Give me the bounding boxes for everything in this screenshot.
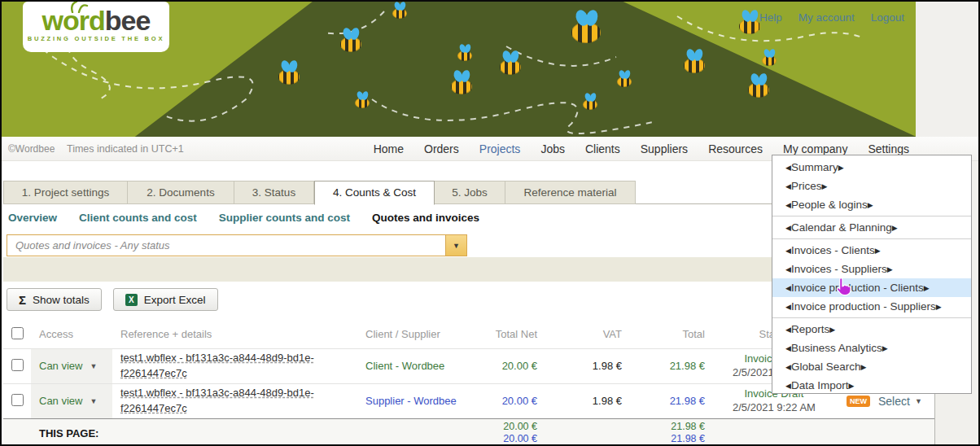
- menu-divider: [772, 317, 971, 318]
- vat-cell: 1.98 €: [537, 383, 622, 418]
- bee-icon: [617, 70, 632, 87]
- export-excel-button[interactable]: Export Excel: [113, 288, 218, 311]
- nav-settings[interactable]: Settings: [868, 142, 909, 155]
- nav-jobs[interactable]: Jobs: [540, 142, 565, 155]
- nav-resources[interactable]: Resources: [708, 142, 763, 155]
- arrow-right-icon: ▶: [829, 326, 835, 334]
- reference-link[interactable]: test1.wbflex - bf131a3c-a844-48d9-bd1e-f…: [120, 352, 314, 379]
- menu-item-calendar-planning[interactable]: ◀Calendar & Planning▶: [772, 218, 971, 237]
- total-cell: 21.98 €: [622, 383, 705, 418]
- wordbee-app-window: wordbee BUZZING OUTSIDE THE BOX Help My …: [0, 0, 980, 446]
- menu-divider: [772, 216, 971, 216]
- bee-icon: [500, 50, 521, 75]
- tab-documents[interactable]: 2. Documents: [128, 181, 234, 204]
- bee-icon: [739, 10, 760, 34]
- client-supplier-cell: Supplier - Wordbee: [362, 383, 478, 418]
- tab-status[interactable]: 3. Status: [234, 181, 314, 204]
- banner-right-gap: [916, 2, 978, 137]
- menu-item-reports[interactable]: ◀Reports▶: [772, 320, 971, 339]
- arrow-left-icon: ◀: [785, 224, 791, 232]
- subtab-overview[interactable]: Overview: [8, 212, 57, 224]
- dropdown-arrow-icon: ▼: [453, 242, 460, 250]
- menu-item-prices[interactable]: ◀Prices▶: [772, 177, 971, 195]
- totals-net-green: 20.00 €: [503, 421, 537, 432]
- counts-subnav: Overview Client counts and cost Supplier…: [8, 212, 479, 224]
- menu-item-invoice-production-clients[interactable]: ◀Invoice production - Clients▶: [772, 278, 971, 297]
- row-select-dropdown[interactable]: Select▼: [878, 395, 922, 408]
- access-dropdown[interactable]: Can view▼: [31, 384, 112, 418]
- bee-icon: [278, 60, 300, 85]
- status-date: 2/5/2021 9:22 AM: [733, 401, 816, 413]
- totals-net-blue: 20.00 €: [503, 433, 537, 444]
- access-dropdown[interactable]: Can view▼: [31, 349, 112, 383]
- status-filter-value[interactable]: [7, 235, 445, 256]
- arrow-right-icon: ▶: [924, 284, 930, 292]
- bee-icon: [340, 28, 361, 52]
- menu-item-summary[interactable]: ◀Summary▶: [772, 158, 971, 177]
- reference-link[interactable]: test1.wbflex - bf131a3c-a844-48d9-bd1e-f…: [120, 387, 314, 414]
- menu-item-global-search[interactable]: ◀Global Search▶: [772, 357, 971, 376]
- my-company-menu: ◀Summary▶ ◀Prices▶ ◀People & logins▶ ◀Ca…: [772, 155, 972, 394]
- logo-antennae-icon: [69, 2, 89, 13]
- show-totals-label: Show totals: [33, 294, 90, 306]
- status-filter-dropdown-button[interactable]: ▼: [445, 235, 466, 256]
- select-all-checkbox[interactable]: [11, 327, 24, 339]
- bee-icon: [684, 49, 705, 73]
- menu-item-invoice-production-suppliers[interactable]: ◀Invoice production - Suppliers▶: [772, 297, 971, 316]
- nav-home[interactable]: Home: [374, 142, 404, 155]
- arrow-right-icon: ▶: [892, 224, 898, 232]
- nav-clients[interactable]: Clients: [585, 142, 620, 155]
- arrow-right-icon: ▶: [848, 382, 854, 390]
- arrow-right-icon: ▶: [821, 182, 827, 190]
- total-cell: 21.98 €: [622, 348, 705, 383]
- row-checkbox[interactable]: [11, 359, 24, 371]
- menu-item-business-analytics[interactable]: ◀Business Analytics▶: [772, 339, 971, 357]
- logout-link[interactable]: Logout: [871, 11, 904, 24]
- arrow-right-icon: ▶: [936, 303, 942, 311]
- col-header-vat: VAT: [537, 321, 622, 348]
- arrow-left-icon: ◀: [785, 344, 791, 352]
- nav-my-company[interactable]: My company: [783, 142, 847, 155]
- show-totals-button[interactable]: Σ Show totals: [7, 288, 102, 311]
- arrow-right-icon: ▶: [875, 247, 881, 255]
- nav-projects[interactable]: Projects: [479, 142, 521, 155]
- wordbee-logo: wordbee BUZZING OUTSIDE THE BOX: [23, 2, 169, 52]
- bee-icon: [457, 44, 472, 61]
- arrow-left-icon: ◀: [785, 284, 791, 292]
- tab-jobs[interactable]: 5. Jobs: [435, 181, 505, 204]
- menu-item-invoices-suppliers[interactable]: ◀Invoices - Suppliers▶: [772, 260, 971, 278]
- bee-icon: [748, 73, 769, 98]
- select-label: Select: [878, 395, 910, 408]
- row-checkbox[interactable]: [11, 394, 24, 406]
- vat-cell: 1.98 €: [537, 348, 622, 383]
- tab-reference-material[interactable]: Reference material: [505, 181, 636, 204]
- menu-item-invoices-clients[interactable]: ◀Invoices - Clients▶: [772, 241, 971, 260]
- arrow-left-icon: ◀: [785, 182, 791, 190]
- arrow-left-icon: ◀: [785, 201, 791, 209]
- arrow-left-icon: ◀: [785, 303, 791, 311]
- arrow-left-icon: ◀: [785, 382, 791, 390]
- help-link[interactable]: Help: [759, 11, 782, 24]
- tab-counts-cost[interactable]: 4. Counts & Cost: [314, 181, 435, 205]
- arrow-left-icon: ◀: [785, 265, 791, 273]
- toolbar: Σ Show totals Export Excel: [7, 288, 218, 311]
- subtab-client-counts[interactable]: Client counts and cost: [79, 212, 197, 224]
- subtab-quotes-invoices[interactable]: Quotes and invoices: [372, 212, 479, 224]
- arrow-left-icon: ◀: [785, 247, 791, 255]
- bee-icon: [583, 93, 597, 110]
- bee-icon: [762, 49, 777, 66]
- menu-item-data-import[interactable]: ◀Data Import▶: [772, 376, 971, 395]
- nav-suppliers[interactable]: Suppliers: [641, 142, 688, 155]
- export-excel-label: Export Excel: [144, 294, 206, 306]
- menu-divider: [772, 238, 971, 239]
- nav-orders[interactable]: Orders: [424, 142, 459, 155]
- client-supplier-cell: Client - Wordbee: [362, 348, 478, 383]
- bee-icon: [355, 91, 370, 108]
- tab-project-settings[interactable]: 1. Project settings: [3, 181, 128, 204]
- arrow-right-icon: ▶: [838, 164, 844, 172]
- subtab-supplier-counts[interactable]: Supplier counts and cost: [219, 212, 350, 224]
- session-links: Help My account Logout: [759, 11, 904, 24]
- arrow-left-icon: ◀: [785, 164, 791, 172]
- my-account-link[interactable]: My account: [798, 11, 855, 24]
- menu-item-people-logins[interactable]: ◀People & logins▶: [772, 195, 971, 214]
